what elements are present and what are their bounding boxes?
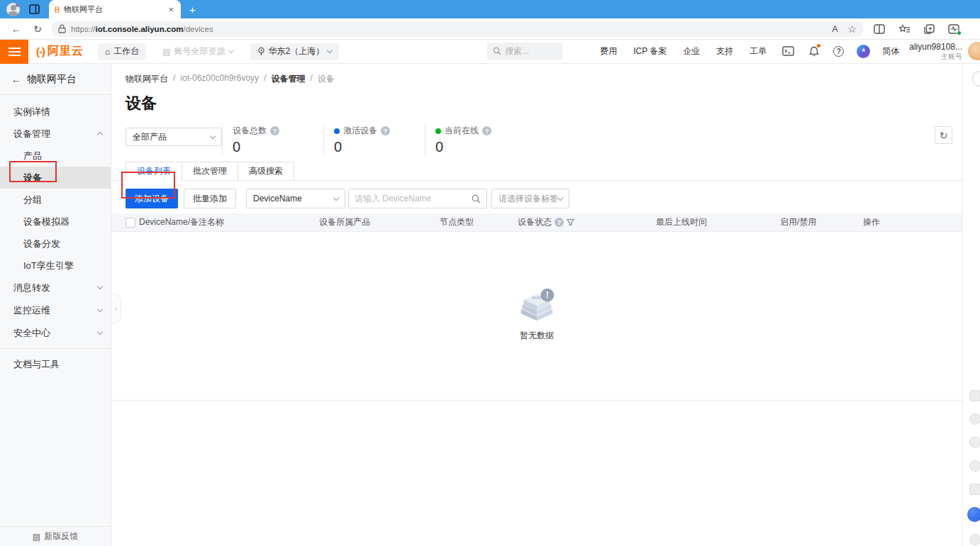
rail-icon[interactable] bbox=[969, 484, 980, 495]
sidebar-group-message-forwarding[interactable]: 消息转发 bbox=[0, 277, 111, 299]
sidebar-item-instance-details[interactable]: 实例详情 bbox=[0, 101, 111, 123]
rail-icon[interactable] bbox=[969, 437, 980, 448]
search-icon bbox=[472, 194, 481, 204]
tab-batch-management[interactable]: 批次管理 bbox=[182, 162, 238, 181]
sidebar: ← 物联网平台 实例详情 设备管理 产品 设备 分组 设备模拟器 设备分发 Io… bbox=[0, 64, 111, 546]
breadcrumb-item[interactable]: 物联网平台 bbox=[126, 73, 168, 85]
rail-icon[interactable] bbox=[969, 460, 980, 472]
tab-device-list[interactable]: 设备列表 bbox=[126, 162, 182, 181]
console-search-input[interactable] bbox=[505, 46, 550, 56]
activated-dot bbox=[334, 128, 340, 134]
add-device-button[interactable]: 添加设备 bbox=[126, 189, 178, 208]
rail-icon-support[interactable] bbox=[967, 507, 980, 522]
help-icon[interactable]: ? bbox=[833, 46, 844, 57]
resources-icon: ▤ bbox=[162, 47, 170, 57]
notifications-bell-icon[interactable] bbox=[809, 46, 819, 57]
column-actions[interactable]: 操作 bbox=[863, 216, 962, 228]
nav-link-billing[interactable]: 费用 bbox=[600, 45, 617, 57]
sidebar-header[interactable]: ← 物联网平台 bbox=[0, 64, 111, 95]
sidebar-group-monitoring-ops[interactable]: 监控运维 bbox=[0, 299, 111, 322]
browser-essentials-icon[interactable] bbox=[948, 24, 959, 34]
column-enable-disable[interactable]: 启用/禁用 bbox=[780, 216, 863, 228]
new-tab-button[interactable]: + bbox=[189, 4, 196, 15]
filter-funnel-icon[interactable] bbox=[567, 218, 574, 226]
read-aloud-icon[interactable]: A bbox=[832, 24, 837, 34]
browser-profile-avatar[interactable] bbox=[6, 3, 20, 16]
stat-value: 0 bbox=[334, 139, 425, 155]
batch-add-button[interactable]: 批量添加 bbox=[184, 189, 236, 208]
column-devicename[interactable]: DeviceName/备注名称 bbox=[135, 216, 319, 228]
browser-tab[interactable]: (-) 物联网平台 × bbox=[49, 0, 181, 18]
cloudshell-terminal-icon[interactable] bbox=[782, 46, 794, 56]
favorite-star-icon[interactable]: ☆ bbox=[847, 23, 857, 35]
column-product[interactable]: 设备所属产品 bbox=[319, 216, 440, 228]
tab-advanced-search[interactable]: 高级搜索 bbox=[238, 162, 294, 181]
sidebar-collapse-handle[interactable]: ‹ bbox=[111, 294, 121, 323]
column-node-type[interactable]: 节点类型 bbox=[440, 216, 518, 228]
account-name: aliyun98108... bbox=[909, 42, 962, 52]
address-bar[interactable]: https://iot.console.aliyun.com/devices A… bbox=[51, 21, 864, 37]
nav-link-tickets[interactable]: 工单 bbox=[750, 45, 767, 57]
help-icon[interactable]: ? bbox=[381, 126, 390, 135]
breadcrumb-item-current: 设备 bbox=[318, 73, 335, 85]
nav-link-enterprise[interactable]: 企业 bbox=[683, 45, 700, 57]
column-last-online[interactable]: 最后上线时间 bbox=[656, 216, 780, 228]
chevron-down-icon bbox=[97, 284, 103, 289]
console-search[interactable] bbox=[487, 43, 562, 60]
help-icon[interactable]: ? bbox=[270, 126, 279, 135]
breadcrumb-item[interactable]: iot-06z00c0h9r6voyy bbox=[180, 73, 259, 85]
stats-row: 全部产品 设备总数? 0 激活设备? 0 当前在线? 0 ↻ bbox=[126, 123, 948, 156]
sidebar-group-security-center[interactable]: 安全中心 bbox=[0, 322, 111, 344]
sidebar-item-device-simulator[interactable]: 设备模拟器 bbox=[0, 211, 111, 233]
stat-value: 0 bbox=[435, 139, 526, 155]
account-resources-select[interactable]: ▤ 账号全部资源 bbox=[162, 45, 233, 57]
page-title: 设备 bbox=[126, 93, 962, 114]
sidebar-item-iot-twin-engine[interactable]: IoT孪生引擎 bbox=[0, 255, 111, 277]
sidebar-item-devices[interactable]: 设备 bbox=[0, 167, 111, 189]
account-info[interactable]: aliyun98108... 主账号 bbox=[909, 42, 962, 60]
collections-icon[interactable] bbox=[924, 24, 935, 34]
select-all-checkbox[interactable] bbox=[126, 218, 135, 228]
chevron-down-icon bbox=[97, 306, 103, 312]
rail-icon[interactable] bbox=[969, 534, 980, 545]
tab-close-icon[interactable]: × bbox=[167, 4, 175, 15]
empty-table-body: ! 暂无数据 bbox=[111, 232, 962, 401]
rail-icon[interactable] bbox=[969, 390, 980, 401]
help-icon[interactable]: ? bbox=[555, 218, 564, 227]
refresh-button[interactable]: ↻ bbox=[935, 126, 952, 144]
device-tag-select[interactable]: 请选择设备标签 bbox=[491, 189, 569, 208]
url-host: iot.console.aliyun.com bbox=[96, 25, 184, 33]
device-search-input[interactable] bbox=[355, 194, 472, 204]
sidebar-item-docs-tools[interactable]: 文档与工具 bbox=[0, 353, 111, 375]
search-field-select[interactable]: DeviceName bbox=[246, 189, 345, 208]
favorites-bar-icon[interactable] bbox=[898, 24, 911, 34]
nav-link-icp[interactable]: ICP 备案 bbox=[633, 45, 667, 57]
table-header: DeviceName/备注名称 设备所属产品 节点类型 设备状态 ? 最后上线时… bbox=[111, 213, 962, 232]
workbench-button[interactable]: ⌂ 工作台 bbox=[98, 43, 146, 60]
rail-icon[interactable] bbox=[972, 71, 980, 87]
help-icon[interactable]: ? bbox=[482, 126, 491, 135]
nav-link-support[interactable]: 支持 bbox=[716, 45, 733, 57]
sidebar-group-device-management[interactable]: 设备管理 bbox=[0, 123, 111, 145]
aliyun-logo[interactable]: (-) 阿里云 bbox=[36, 44, 84, 59]
breadcrumb-item[interactable]: 设备管理 bbox=[271, 73, 305, 85]
sidebar-item-products[interactable]: 产品 bbox=[0, 145, 111, 167]
hamburger-menu-icon[interactable] bbox=[0, 40, 28, 64]
sidebar-item-device-distribution[interactable]: 设备分发 bbox=[0, 233, 111, 255]
back-icon[interactable]: ← bbox=[11, 74, 21, 85]
split-screen-icon[interactable] bbox=[874, 24, 885, 34]
product-filter-select[interactable]: 全部产品 bbox=[126, 128, 222, 146]
reload-icon[interactable]: ↻ bbox=[27, 23, 48, 35]
account-avatar[interactable] bbox=[968, 42, 980, 60]
sidebar-item-groups[interactable]: 分组 bbox=[0, 189, 111, 211]
notification-dot bbox=[817, 44, 820, 48]
breadcrumb: 物联网平台 / iot-06z00c0h9r6voyy / 设备管理 / 设备 bbox=[111, 64, 962, 85]
region-select[interactable]: 华东2（上海） bbox=[250, 43, 340, 60]
feedback-link[interactable]: ▤ 新版反馈 bbox=[0, 526, 111, 546]
workspaces-icon[interactable] bbox=[29, 4, 40, 14]
aliyun-app-icon[interactable]: * bbox=[857, 45, 870, 58]
language-switch[interactable]: 简体 bbox=[882, 45, 899, 57]
column-device-status[interactable]: 设备状态 ? bbox=[518, 216, 656, 228]
rail-icon[interactable] bbox=[969, 413, 980, 425]
back-icon[interactable]: ← bbox=[6, 23, 27, 35]
